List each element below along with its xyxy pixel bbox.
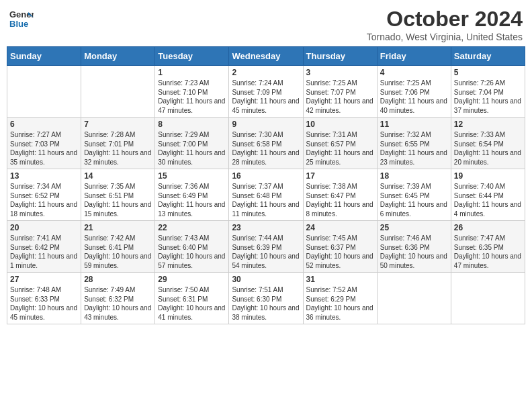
day-info: Sunrise: 7:46 AM Sunset: 6:36 PM Dayligh… (380, 234, 448, 270)
calendar-cell: 25Sunrise: 7:46 AM Sunset: 6:36 PM Dayli… (377, 221, 451, 273)
day-number: 15 (158, 171, 226, 181)
svg-text:Blue: Blue (9, 19, 28, 29)
logo-icon: General Blue (9, 7, 34, 31)
day-info: Sunrise: 7:50 AM Sunset: 6:31 PM Dayligh… (158, 285, 226, 322)
day-number: 9 (232, 120, 300, 129)
calendar-cell: 7Sunrise: 7:28 AM Sunset: 7:01 PM Daylig… (81, 118, 155, 169)
day-number: 22 (158, 223, 226, 232)
day-number: 18 (380, 171, 448, 181)
day-info: Sunrise: 7:34 AM Sunset: 6:52 PM Dayligh… (10, 182, 78, 218)
day-info: Sunrise: 7:43 AM Sunset: 6:40 PM Dayligh… (158, 234, 226, 270)
day-number: 7 (84, 120, 152, 129)
calendar-week-5: 27Sunrise: 7:48 AM Sunset: 6:33 PM Dayli… (7, 273, 525, 324)
day-info: Sunrise: 7:25 AM Sunset: 7:07 PM Dayligh… (306, 79, 374, 115)
weekday-header-tuesday: Tuesday (155, 47, 229, 66)
logo: General Blue (9, 7, 34, 31)
location: Tornado, West Virginia, United States (367, 32, 523, 42)
month-title: October 2024 (367, 7, 523, 32)
day-number: 14 (84, 171, 152, 181)
day-number: 13 (10, 171, 78, 181)
day-info: Sunrise: 7:35 AM Sunset: 6:51 PM Dayligh… (84, 182, 152, 218)
page-header: General Blue October 2024 Tornado, West … (7, 7, 525, 42)
day-number: 29 (158, 275, 226, 284)
weekday-header-monday: Monday (81, 47, 155, 66)
calendar-cell: 28Sunrise: 7:49 AM Sunset: 6:32 PM Dayli… (81, 273, 155, 324)
calendar-week-4: 20Sunrise: 7:41 AM Sunset: 6:42 PM Dayli… (7, 221, 525, 273)
day-number: 27 (10, 275, 78, 284)
calendar-cell: 12Sunrise: 7:33 AM Sunset: 6:54 PM Dayli… (451, 118, 525, 169)
day-info: Sunrise: 7:42 AM Sunset: 6:41 PM Dayligh… (84, 234, 152, 270)
day-info: Sunrise: 7:31 AM Sunset: 6:57 PM Dayligh… (306, 130, 374, 167)
day-info: Sunrise: 7:29 AM Sunset: 7:00 PM Dayligh… (158, 130, 226, 167)
calendar-cell: 10Sunrise: 7:31 AM Sunset: 6:57 PM Dayli… (303, 118, 377, 169)
day-info: Sunrise: 7:25 AM Sunset: 7:06 PM Dayligh… (380, 79, 448, 115)
day-number: 3 (306, 68, 374, 77)
calendar-week-3: 13Sunrise: 7:34 AM Sunset: 6:52 PM Dayli… (7, 169, 525, 221)
calendar-cell: 27Sunrise: 7:48 AM Sunset: 6:33 PM Dayli… (7, 273, 81, 324)
calendar-cell: 22Sunrise: 7:43 AM Sunset: 6:40 PM Dayli… (155, 221, 229, 273)
day-info: Sunrise: 7:47 AM Sunset: 6:35 PM Dayligh… (454, 234, 522, 270)
day-number: 2 (232, 68, 300, 77)
calendar-table: SundayMondayTuesdayWednesdayThursdayFrid… (7, 46, 525, 324)
calendar-cell: 14Sunrise: 7:35 AM Sunset: 6:51 PM Dayli… (81, 169, 155, 221)
day-number: 12 (454, 120, 522, 129)
day-number: 5 (454, 68, 522, 77)
day-info: Sunrise: 7:51 AM Sunset: 6:30 PM Dayligh… (232, 285, 300, 322)
day-info: Sunrise: 7:41 AM Sunset: 6:42 PM Dayligh… (10, 234, 78, 270)
day-number: 19 (454, 171, 522, 181)
calendar-cell: 24Sunrise: 7:45 AM Sunset: 6:37 PM Dayli… (303, 221, 377, 273)
day-number: 30 (232, 275, 300, 284)
day-info: Sunrise: 7:49 AM Sunset: 6:32 PM Dayligh… (84, 285, 152, 322)
weekday-header-saturday: Saturday (451, 47, 525, 66)
day-info: Sunrise: 7:33 AM Sunset: 6:54 PM Dayligh… (454, 130, 522, 167)
weekday-header-friday: Friday (377, 47, 451, 66)
calendar-cell: 15Sunrise: 7:36 AM Sunset: 6:49 PM Dayli… (155, 169, 229, 221)
day-number: 11 (380, 120, 448, 129)
day-info: Sunrise: 7:28 AM Sunset: 7:01 PM Dayligh… (84, 130, 152, 167)
calendar-cell (81, 66, 155, 118)
day-number: 28 (84, 275, 152, 284)
calendar-cell: 2Sunrise: 7:24 AM Sunset: 7:09 PM Daylig… (229, 66, 303, 118)
day-info: Sunrise: 7:27 AM Sunset: 7:03 PM Dayligh… (10, 130, 78, 167)
day-info: Sunrise: 7:26 AM Sunset: 7:04 PM Dayligh… (454, 79, 522, 115)
weekday-header-wednesday: Wednesday (229, 47, 303, 66)
calendar-cell: 29Sunrise: 7:50 AM Sunset: 6:31 PM Dayli… (155, 273, 229, 324)
day-number: 25 (380, 223, 448, 232)
calendar-cell: 19Sunrise: 7:40 AM Sunset: 6:44 PM Dayli… (451, 169, 525, 221)
calendar-cell: 4Sunrise: 7:25 AM Sunset: 7:06 PM Daylig… (377, 66, 451, 118)
day-info: Sunrise: 7:40 AM Sunset: 6:44 PM Dayligh… (454, 182, 522, 218)
calendar-cell: 9Sunrise: 7:30 AM Sunset: 6:58 PM Daylig… (229, 118, 303, 169)
day-info: Sunrise: 7:44 AM Sunset: 6:39 PM Dayligh… (232, 234, 300, 270)
day-info: Sunrise: 7:48 AM Sunset: 6:33 PM Dayligh… (10, 285, 78, 322)
calendar-cell: 31Sunrise: 7:52 AM Sunset: 6:29 PM Dayli… (303, 273, 377, 324)
calendar-cell: 17Sunrise: 7:38 AM Sunset: 6:47 PM Dayli… (303, 169, 377, 221)
day-number: 6 (10, 120, 78, 129)
day-number: 1 (158, 68, 226, 77)
calendar-cell: 20Sunrise: 7:41 AM Sunset: 6:42 PM Dayli… (7, 221, 81, 273)
day-number: 31 (306, 275, 374, 284)
day-number: 24 (306, 223, 374, 232)
day-info: Sunrise: 7:32 AM Sunset: 6:55 PM Dayligh… (380, 130, 448, 167)
day-number: 4 (380, 68, 448, 77)
calendar-cell: 5Sunrise: 7:26 AM Sunset: 7:04 PM Daylig… (451, 66, 525, 118)
day-info: Sunrise: 7:30 AM Sunset: 6:58 PM Dayligh… (232, 130, 300, 167)
weekday-header-sunday: Sunday (7, 47, 81, 66)
calendar-cell: 1Sunrise: 7:23 AM Sunset: 7:10 PM Daylig… (155, 66, 229, 118)
calendar-cell: 13Sunrise: 7:34 AM Sunset: 6:52 PM Dayli… (7, 169, 81, 221)
day-number: 23 (232, 223, 300, 232)
day-number: 21 (84, 223, 152, 232)
calendar-cell: 18Sunrise: 7:39 AM Sunset: 6:45 PM Dayli… (377, 169, 451, 221)
weekday-header-row: SundayMondayTuesdayWednesdayThursdayFrid… (7, 47, 525, 66)
calendar-cell (451, 273, 525, 324)
day-info: Sunrise: 7:38 AM Sunset: 6:47 PM Dayligh… (306, 182, 374, 218)
calendar-cell: 23Sunrise: 7:44 AM Sunset: 6:39 PM Dayli… (229, 221, 303, 273)
calendar-cell: 8Sunrise: 7:29 AM Sunset: 7:00 PM Daylig… (155, 118, 229, 169)
day-info: Sunrise: 7:39 AM Sunset: 6:45 PM Dayligh… (380, 182, 448, 218)
calendar-cell: 21Sunrise: 7:42 AM Sunset: 6:41 PM Dayli… (81, 221, 155, 273)
day-info: Sunrise: 7:36 AM Sunset: 6:49 PM Dayligh… (158, 182, 226, 218)
day-number: 8 (158, 120, 226, 129)
title-section: October 2024 Tornado, West Virginia, Uni… (367, 7, 523, 42)
day-number: 26 (454, 223, 522, 232)
calendar-cell (7, 66, 81, 118)
day-info: Sunrise: 7:24 AM Sunset: 7:09 PM Dayligh… (232, 79, 300, 115)
